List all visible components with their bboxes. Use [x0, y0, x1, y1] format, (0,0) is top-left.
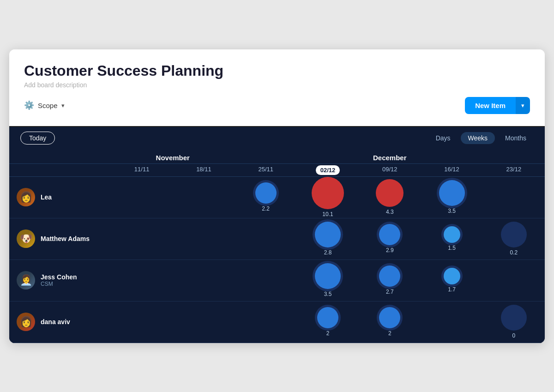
date-2312: 23/12 — [506, 164, 522, 176]
new-item-dropdown-button[interactable]: ▾ — [516, 97, 530, 114]
date-1612-wrapper: 16/12 — [421, 164, 482, 176]
data-cell — [173, 177, 235, 218]
data-cell: 1.7 — [421, 260, 482, 301]
data-cell — [111, 218, 173, 259]
view-months-button[interactable]: Months — [498, 132, 534, 144]
person-col-header — [9, 149, 111, 163]
data-cell: 10.1 — [297, 177, 359, 218]
date-0912: 09/12 — [382, 164, 397, 176]
data-cell — [173, 218, 235, 259]
chevron-down-icon: ▾ — [61, 102, 65, 109]
data-cell: 2 — [359, 302, 421, 343]
data-cell — [421, 302, 482, 343]
person-role: CSM — [41, 281, 77, 287]
date-2511-wrapper: 25/11 — [235, 164, 297, 176]
view-days-button[interactable]: Days — [428, 132, 458, 144]
scope-button[interactable]: ⚙️ Scope ▾ — [24, 100, 65, 110]
date-1811: 18/11 — [196, 164, 211, 176]
person-name: Matthew Adams — [41, 235, 90, 242]
data-cell: 0 — [483, 302, 545, 343]
data-cell: 2.8 — [297, 218, 359, 259]
data-cell: 3.5 — [297, 260, 359, 301]
date-1111: 11/11 — [134, 164, 150, 176]
person-name: dana aviv — [41, 318, 70, 326]
date-2511: 25/11 — [258, 164, 273, 176]
person-info: Lea — [41, 193, 52, 201]
gantt-rows: 👩 Lea 2.210.14.3 3.5 🐶 Matthew Adams 2.8… — [9, 177, 545, 343]
data-cell — [235, 218, 297, 259]
data-cell: 1.5 — [421, 218, 482, 259]
view-toggle: Days Weeks Months — [428, 132, 534, 144]
date-row-empty — [9, 164, 111, 176]
date-1111-wrapper: 11/11 — [111, 164, 173, 176]
data-cell: 2 — [297, 302, 359, 343]
board-title: Customer Success Planning — [24, 62, 530, 79]
scope-label: Scope — [38, 102, 58, 109]
person-info: dana aviv — [41, 318, 70, 326]
avatar: 👩 — [17, 313, 35, 331]
board-description: Add board description — [24, 81, 530, 89]
data-cell — [173, 260, 235, 301]
person-cell: 👩 dana aviv — [9, 307, 111, 337]
today-button[interactable]: Today — [20, 132, 55, 145]
data-cell: 2.7 — [359, 260, 421, 301]
person-cell: 🐶 Matthew Adams — [9, 224, 111, 253]
person-cell: 👩 Lea — [9, 182, 111, 212]
person-info: Jess Cohen CSM — [41, 273, 77, 287]
gantt-row: 👩‍💼 Jess Cohen CSM 3.5 2.7 1.7 — [9, 260, 545, 302]
data-cell — [483, 260, 545, 301]
date-2312-wrapper: 23/12 — [483, 164, 545, 176]
date-1612: 16/12 — [444, 164, 459, 176]
data-cell — [111, 260, 173, 301]
app-container: Customer Success Planning Add board desc… — [9, 49, 545, 343]
data-cell — [173, 302, 235, 343]
date-0212-today: 02/12 — [316, 165, 340, 175]
person-name: Jess Cohen — [41, 273, 77, 281]
gantt-row: 👩 dana aviv 2 20 — [9, 302, 545, 343]
december-header: December — [235, 149, 545, 163]
gantt-container: Today Days Weeks Months November Decembe… — [9, 126, 545, 343]
toolbar: ⚙️ Scope ▾ New Item ▾ — [24, 97, 530, 119]
header: Customer Success Planning Add board desc… — [9, 49, 545, 126]
data-cell — [111, 177, 173, 218]
data-cell: 2.9 — [359, 218, 421, 259]
dates-row: 11/11 18/11 25/11 02/12 09/12 16/12 23/1… — [9, 164, 545, 177]
avatar: 👩‍💼 — [17, 271, 35, 289]
gantt-row: 🐶 Matthew Adams 2.8 2.9 1.50.2 — [9, 218, 545, 260]
data-cell: 2.2 — [235, 177, 297, 218]
new-item-button[interactable]: New Item — [465, 97, 516, 114]
data-cell — [111, 302, 173, 343]
date-0912-wrapper: 09/12 — [359, 164, 421, 176]
avatar: 🐶 — [17, 229, 35, 248]
data-cell — [483, 177, 545, 218]
scope-icon: ⚙️ — [24, 100, 34, 110]
data-cell — [235, 260, 297, 301]
new-item-group: New Item ▾ — [465, 97, 530, 114]
months-row: November December — [9, 149, 545, 164]
data-cell: 3.5 — [421, 177, 482, 218]
person-name: Lea — [41, 193, 52, 201]
data-cell: 0.2 — [483, 218, 545, 259]
date-0212-wrapper: 02/12 — [297, 164, 359, 176]
avatar: 👩 — [17, 188, 35, 206]
data-cell: 4.3 — [359, 177, 421, 218]
gantt-row: 👩 Lea 2.210.14.3 3.5 — [9, 177, 545, 218]
date-1811-wrapper: 18/11 — [173, 164, 235, 176]
data-cell — [235, 302, 297, 343]
person-cell: 👩‍💼 Jess Cohen CSM — [9, 265, 111, 295]
person-info: Matthew Adams — [41, 235, 90, 242]
gantt-header-bar: Today Days Weeks Months — [9, 127, 545, 149]
november-header: November — [111, 149, 235, 163]
view-weeks-button[interactable]: Weeks — [461, 132, 495, 144]
